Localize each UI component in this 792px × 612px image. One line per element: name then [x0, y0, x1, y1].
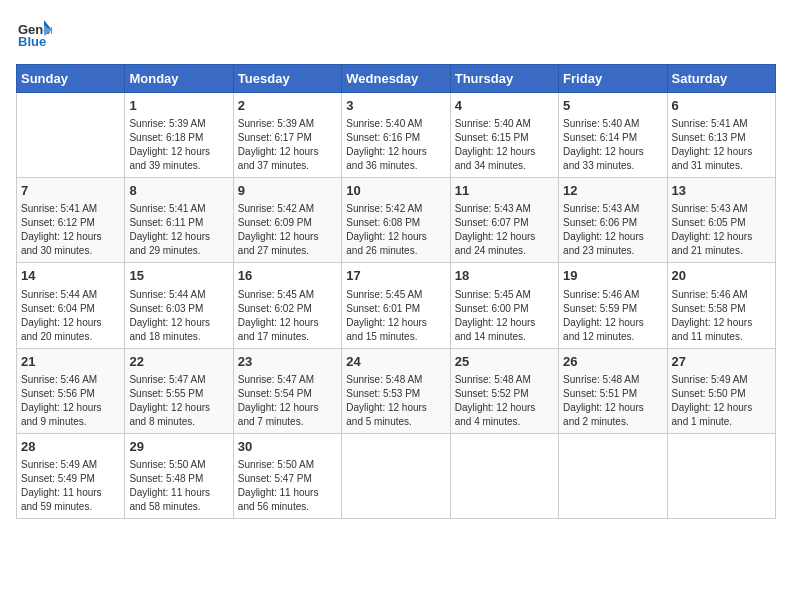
calendar-body: 1Sunrise: 5:39 AM Sunset: 6:18 PM Daylig… — [17, 93, 776, 519]
calendar-cell — [450, 433, 558, 518]
day-info: Sunrise: 5:47 AM Sunset: 5:54 PM Dayligh… — [238, 373, 337, 429]
day-number: 14 — [21, 267, 120, 285]
day-number: 9 — [238, 182, 337, 200]
day-number: 8 — [129, 182, 228, 200]
day-number: 20 — [672, 267, 771, 285]
day-info: Sunrise: 5:43 AM Sunset: 6:06 PM Dayligh… — [563, 202, 662, 258]
day-info: Sunrise: 5:41 AM Sunset: 6:12 PM Dayligh… — [21, 202, 120, 258]
day-info: Sunrise: 5:45 AM Sunset: 6:02 PM Dayligh… — [238, 288, 337, 344]
logo: General Blue — [16, 16, 52, 52]
day-info: Sunrise: 5:50 AM Sunset: 5:48 PM Dayligh… — [129, 458, 228, 514]
day-info: Sunrise: 5:39 AM Sunset: 6:18 PM Dayligh… — [129, 117, 228, 173]
calendar-cell: 23Sunrise: 5:47 AM Sunset: 5:54 PM Dayli… — [233, 348, 341, 433]
weekday-header-row: SundayMondayTuesdayWednesdayThursdayFrid… — [17, 65, 776, 93]
calendar-cell: 17Sunrise: 5:45 AM Sunset: 6:01 PM Dayli… — [342, 263, 450, 348]
calendar-cell: 5Sunrise: 5:40 AM Sunset: 6:14 PM Daylig… — [559, 93, 667, 178]
calendar-cell: 11Sunrise: 5:43 AM Sunset: 6:07 PM Dayli… — [450, 178, 558, 263]
calendar-cell: 26Sunrise: 5:48 AM Sunset: 5:51 PM Dayli… — [559, 348, 667, 433]
day-number: 27 — [672, 353, 771, 371]
day-info: Sunrise: 5:42 AM Sunset: 6:09 PM Dayligh… — [238, 202, 337, 258]
day-number: 30 — [238, 438, 337, 456]
day-number: 1 — [129, 97, 228, 115]
day-number: 4 — [455, 97, 554, 115]
calendar-cell: 16Sunrise: 5:45 AM Sunset: 6:02 PM Dayli… — [233, 263, 341, 348]
day-number: 7 — [21, 182, 120, 200]
weekday-header-saturday: Saturday — [667, 65, 775, 93]
day-info: Sunrise: 5:39 AM Sunset: 6:17 PM Dayligh… — [238, 117, 337, 173]
day-info: Sunrise: 5:48 AM Sunset: 5:52 PM Dayligh… — [455, 373, 554, 429]
calendar-cell: 20Sunrise: 5:46 AM Sunset: 5:58 PM Dayli… — [667, 263, 775, 348]
day-number: 13 — [672, 182, 771, 200]
day-info: Sunrise: 5:49 AM Sunset: 5:49 PM Dayligh… — [21, 458, 120, 514]
day-number: 16 — [238, 267, 337, 285]
calendar-cell — [559, 433, 667, 518]
day-info: Sunrise: 5:41 AM Sunset: 6:13 PM Dayligh… — [672, 117, 771, 173]
day-info: Sunrise: 5:45 AM Sunset: 6:00 PM Dayligh… — [455, 288, 554, 344]
calendar-cell: 18Sunrise: 5:45 AM Sunset: 6:00 PM Dayli… — [450, 263, 558, 348]
day-number: 24 — [346, 353, 445, 371]
day-number: 26 — [563, 353, 662, 371]
weekday-header-wednesday: Wednesday — [342, 65, 450, 93]
calendar-week-3: 14Sunrise: 5:44 AM Sunset: 6:04 PM Dayli… — [17, 263, 776, 348]
day-number: 2 — [238, 97, 337, 115]
day-number: 12 — [563, 182, 662, 200]
day-number: 29 — [129, 438, 228, 456]
day-info: Sunrise: 5:43 AM Sunset: 6:07 PM Dayligh… — [455, 202, 554, 258]
day-number: 22 — [129, 353, 228, 371]
calendar-cell: 9Sunrise: 5:42 AM Sunset: 6:09 PM Daylig… — [233, 178, 341, 263]
calendar-week-5: 28Sunrise: 5:49 AM Sunset: 5:49 PM Dayli… — [17, 433, 776, 518]
day-number: 15 — [129, 267, 228, 285]
calendar-cell: 29Sunrise: 5:50 AM Sunset: 5:48 PM Dayli… — [125, 433, 233, 518]
day-number: 6 — [672, 97, 771, 115]
calendar-week-1: 1Sunrise: 5:39 AM Sunset: 6:18 PM Daylig… — [17, 93, 776, 178]
calendar-cell — [342, 433, 450, 518]
day-info: Sunrise: 5:40 AM Sunset: 6:16 PM Dayligh… — [346, 117, 445, 173]
day-info: Sunrise: 5:50 AM Sunset: 5:47 PM Dayligh… — [238, 458, 337, 514]
calendar-week-2: 7Sunrise: 5:41 AM Sunset: 6:12 PM Daylig… — [17, 178, 776, 263]
calendar-cell: 24Sunrise: 5:48 AM Sunset: 5:53 PM Dayli… — [342, 348, 450, 433]
weekday-header-friday: Friday — [559, 65, 667, 93]
calendar-cell: 22Sunrise: 5:47 AM Sunset: 5:55 PM Dayli… — [125, 348, 233, 433]
svg-text:Blue: Blue — [18, 34, 46, 49]
calendar-cell: 25Sunrise: 5:48 AM Sunset: 5:52 PM Dayli… — [450, 348, 558, 433]
calendar-cell: 7Sunrise: 5:41 AM Sunset: 6:12 PM Daylig… — [17, 178, 125, 263]
day-info: Sunrise: 5:43 AM Sunset: 6:05 PM Dayligh… — [672, 202, 771, 258]
day-info: Sunrise: 5:40 AM Sunset: 6:14 PM Dayligh… — [563, 117, 662, 173]
calendar-cell: 30Sunrise: 5:50 AM Sunset: 5:47 PM Dayli… — [233, 433, 341, 518]
weekday-header-monday: Monday — [125, 65, 233, 93]
day-info: Sunrise: 5:47 AM Sunset: 5:55 PM Dayligh… — [129, 373, 228, 429]
day-info: Sunrise: 5:48 AM Sunset: 5:51 PM Dayligh… — [563, 373, 662, 429]
day-number: 18 — [455, 267, 554, 285]
weekday-header-sunday: Sunday — [17, 65, 125, 93]
day-info: Sunrise: 5:46 AM Sunset: 5:59 PM Dayligh… — [563, 288, 662, 344]
day-number: 10 — [346, 182, 445, 200]
calendar-cell: 2Sunrise: 5:39 AM Sunset: 6:17 PM Daylig… — [233, 93, 341, 178]
calendar-cell: 4Sunrise: 5:40 AM Sunset: 6:15 PM Daylig… — [450, 93, 558, 178]
weekday-header-thursday: Thursday — [450, 65, 558, 93]
logo-icon: General Blue — [16, 16, 52, 52]
day-info: Sunrise: 5:46 AM Sunset: 5:56 PM Dayligh… — [21, 373, 120, 429]
day-number: 5 — [563, 97, 662, 115]
calendar-cell: 10Sunrise: 5:42 AM Sunset: 6:08 PM Dayli… — [342, 178, 450, 263]
day-info: Sunrise: 5:44 AM Sunset: 6:03 PM Dayligh… — [129, 288, 228, 344]
calendar-cell: 3Sunrise: 5:40 AM Sunset: 6:16 PM Daylig… — [342, 93, 450, 178]
calendar-cell: 28Sunrise: 5:49 AM Sunset: 5:49 PM Dayli… — [17, 433, 125, 518]
calendar-cell: 14Sunrise: 5:44 AM Sunset: 6:04 PM Dayli… — [17, 263, 125, 348]
calendar-cell: 1Sunrise: 5:39 AM Sunset: 6:18 PM Daylig… — [125, 93, 233, 178]
calendar-cell: 19Sunrise: 5:46 AM Sunset: 5:59 PM Dayli… — [559, 263, 667, 348]
day-number: 23 — [238, 353, 337, 371]
day-info: Sunrise: 5:46 AM Sunset: 5:58 PM Dayligh… — [672, 288, 771, 344]
page-header: General Blue — [16, 16, 776, 52]
calendar-cell — [17, 93, 125, 178]
calendar-cell: 13Sunrise: 5:43 AM Sunset: 6:05 PM Dayli… — [667, 178, 775, 263]
day-number: 19 — [563, 267, 662, 285]
day-number: 25 — [455, 353, 554, 371]
calendar-week-4: 21Sunrise: 5:46 AM Sunset: 5:56 PM Dayli… — [17, 348, 776, 433]
day-number: 28 — [21, 438, 120, 456]
day-info: Sunrise: 5:42 AM Sunset: 6:08 PM Dayligh… — [346, 202, 445, 258]
day-info: Sunrise: 5:40 AM Sunset: 6:15 PM Dayligh… — [455, 117, 554, 173]
day-info: Sunrise: 5:41 AM Sunset: 6:11 PM Dayligh… — [129, 202, 228, 258]
day-info: Sunrise: 5:45 AM Sunset: 6:01 PM Dayligh… — [346, 288, 445, 344]
day-number: 21 — [21, 353, 120, 371]
calendar-cell: 21Sunrise: 5:46 AM Sunset: 5:56 PM Dayli… — [17, 348, 125, 433]
